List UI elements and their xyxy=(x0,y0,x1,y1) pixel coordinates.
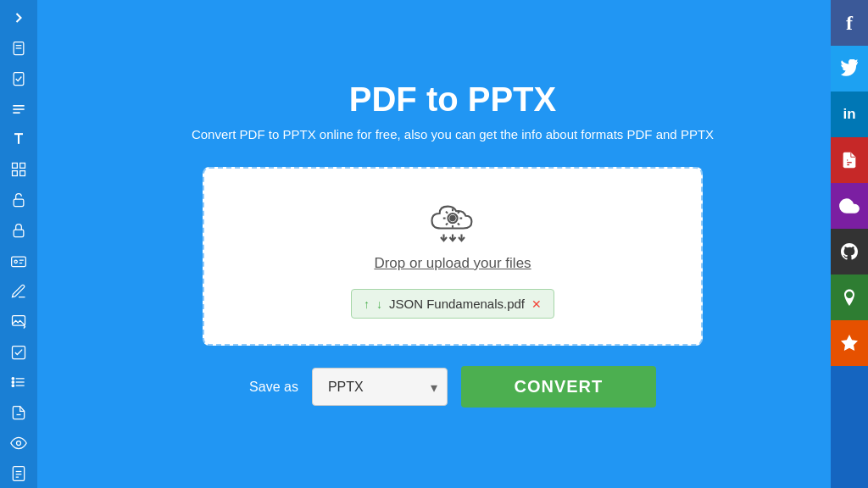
star-button[interactable] xyxy=(831,320,868,366)
sidebar-icon-file-edit[interactable] xyxy=(3,398,34,427)
dropzone[interactable]: Drop or upload your files ↑ ↓ JSON Funda… xyxy=(203,167,703,346)
format-select-wrapper[interactable]: PPTX PPT ODP xyxy=(312,368,448,406)
twitter-button[interactable] xyxy=(831,46,868,92)
sidebar-icon-pen[interactable] xyxy=(3,277,34,306)
linkedin-button[interactable]: in xyxy=(831,92,868,137)
sidebar-icon-lock-open[interactable] xyxy=(3,186,34,214)
page-subtitle: Convert PDF to PPTX online for free, als… xyxy=(192,127,714,141)
sidebar-icon-document-check[interactable] xyxy=(3,64,34,93)
cloud-button[interactable] xyxy=(831,183,868,229)
github-button[interactable] xyxy=(831,229,868,274)
svg-rect-11 xyxy=(13,171,18,176)
svg-rect-29 xyxy=(13,467,24,481)
sidebar-icon-list[interactable] xyxy=(3,369,34,397)
right-sidebar: f in xyxy=(831,0,868,488)
sidebar-icon-image-edit[interactable] xyxy=(3,308,34,336)
sidebar-icon-id-card[interactable] xyxy=(3,247,34,275)
sidebar-icon-text[interactable] xyxy=(3,125,34,154)
main-content: PDF to PPTX Convert PDF to PPTX online f… xyxy=(37,0,868,488)
svg-rect-14 xyxy=(14,230,24,236)
announce-button[interactable] xyxy=(831,274,868,320)
svg-line-41 xyxy=(458,212,459,214)
format-select[interactable]: PPTX PPT ODP xyxy=(312,368,448,406)
svg-point-26 xyxy=(12,385,14,387)
file-remove-button[interactable]: ✕ xyxy=(531,297,542,311)
svg-rect-15 xyxy=(12,257,26,267)
svg-point-25 xyxy=(12,381,14,384)
svg-rect-10 xyxy=(20,164,25,169)
sidebar-icon-eye[interactable] xyxy=(3,429,34,458)
facebook-button[interactable]: f xyxy=(831,0,868,46)
file-chip: ↑ ↓ JSON Fundamenals.pdf ✕ xyxy=(351,289,554,319)
svg-marker-49 xyxy=(841,335,858,351)
svg-line-39 xyxy=(446,212,448,214)
svg-rect-12 xyxy=(20,171,25,176)
left-sidebar xyxy=(0,0,37,488)
svg-line-42 xyxy=(446,224,448,225)
svg-point-28 xyxy=(17,441,21,446)
svg-rect-3 xyxy=(14,72,24,85)
svg-point-16 xyxy=(14,260,17,263)
svg-point-34 xyxy=(450,216,455,221)
svg-point-24 xyxy=(12,378,14,380)
cloud-upload-icon xyxy=(423,194,482,245)
sidebar-icon-checkbox[interactable] xyxy=(3,338,34,367)
sidebar-icon-document[interactable] xyxy=(3,34,34,63)
bottom-controls: Save as PPTX PPT ODP CONVERT xyxy=(249,366,656,408)
convert-button[interactable]: CONVERT xyxy=(461,366,656,408)
file-down-icon: ↓ xyxy=(376,297,382,311)
file-name: JSON Fundamenals.pdf xyxy=(389,297,525,311)
sidebar-icon-arrow[interactable] xyxy=(3,3,34,32)
svg-line-40 xyxy=(458,224,459,225)
upload-link[interactable]: Drop or upload your files xyxy=(374,255,531,272)
sidebar-icon-grid[interactable] xyxy=(3,155,34,184)
svg-rect-9 xyxy=(13,164,18,169)
svg-rect-13 xyxy=(14,199,24,206)
page-title: PDF to PPTX xyxy=(349,80,556,119)
sidebar-icon-lock[interactable] xyxy=(3,216,34,245)
sidebar-icon-page[interactable] xyxy=(3,459,34,488)
save-as-label: Save as xyxy=(249,380,298,395)
pdf-button[interactable] xyxy=(831,137,868,183)
sidebar-icon-lines[interactable] xyxy=(3,95,34,124)
file-up-icon: ↑ xyxy=(364,297,370,311)
